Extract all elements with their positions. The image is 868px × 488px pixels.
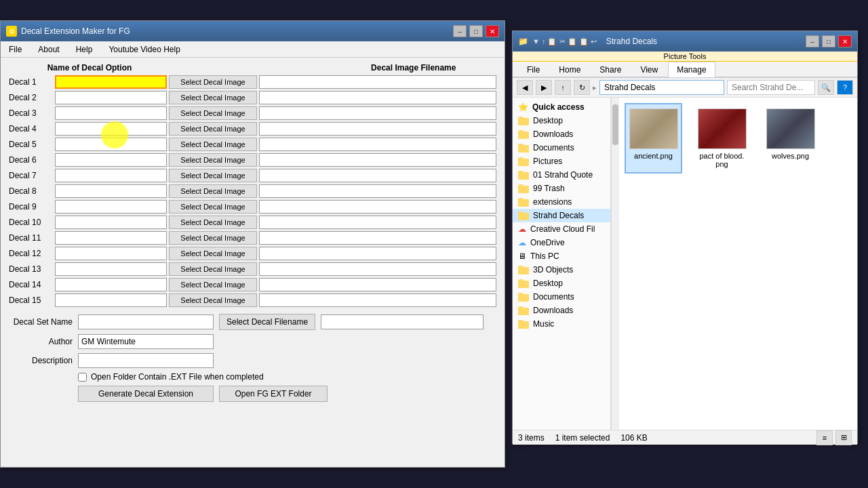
decal-filename-input-15[interactable] bbox=[259, 293, 496, 307]
decal-name-input-13[interactable] bbox=[55, 262, 167, 276]
ribbon-tab-view[interactable]: View bbox=[631, 62, 667, 77]
select-decal-image-button-10[interactable]: Select Decal Image bbox=[169, 216, 257, 229]
address-bar-input[interactable] bbox=[599, 80, 724, 95]
description-input[interactable] bbox=[78, 353, 214, 368]
decal-filename-input-5[interactable] bbox=[259, 138, 496, 151]
ribbon-tab-share[interactable]: Share bbox=[591, 62, 630, 77]
decal-filename-input-1[interactable] bbox=[259, 75, 496, 89]
decal-name-input-6[interactable] bbox=[55, 153, 167, 167]
sidebar-item-extensions[interactable]: extensions bbox=[513, 195, 610, 209]
decal-filename-input-12[interactable] bbox=[259, 247, 496, 260]
open-fg-ext-folder-button[interactable]: Open FG EXT Folder bbox=[219, 386, 328, 402]
nav-back-button[interactable]: ◀ bbox=[517, 80, 533, 95]
sidebar-item-3d-objects[interactable]: 3D Objects bbox=[513, 263, 610, 277]
menu-help[interactable]: Help bbox=[73, 43, 96, 56]
sidebar-item-creative-cloud-fil[interactable]: ☁Creative Cloud Fil bbox=[513, 222, 610, 236]
decal-filename-input-14[interactable] bbox=[259, 278, 496, 291]
file-item-wolves-png[interactable]: wolves.png bbox=[762, 103, 819, 174]
select-decal-image-button-2[interactable]: Select Decal Image bbox=[169, 91, 257, 104]
sidebar-item-onedrive[interactable]: ☁OneDrive bbox=[513, 236, 610, 249]
decal-filename-input-3[interactable] bbox=[259, 106, 496, 120]
decal-filename-input-2[interactable] bbox=[259, 91, 496, 104]
generate-button[interactable]: Generate Decal Extension bbox=[78, 386, 214, 402]
menu-about[interactable]: About bbox=[35, 43, 62, 56]
maximize-button[interactable]: □ bbox=[469, 25, 483, 37]
menu-file[interactable]: File bbox=[6, 43, 24, 56]
decal-name-input-11[interactable] bbox=[55, 231, 167, 245]
menu-youtube[interactable]: Youtube Video Help bbox=[106, 43, 182, 56]
explorer-minimize-button[interactable]: – bbox=[806, 35, 819, 47]
select-decal-image-button-6[interactable]: Select Decal Image bbox=[169, 153, 257, 167]
select-decal-image-button-7[interactable]: Select Decal Image bbox=[169, 169, 257, 182]
author-input[interactable] bbox=[78, 334, 214, 349]
decal-filename-input-6[interactable] bbox=[259, 153, 496, 167]
decal-name-input-5[interactable] bbox=[55, 138, 167, 151]
sidebar-item-downloads[interactable]: Downloads bbox=[513, 304, 610, 317]
explorer-close-button[interactable]: ✕ bbox=[838, 35, 852, 47]
sidebar-item-pictures[interactable]: Pictures bbox=[513, 155, 610, 168]
decal-set-name-input[interactable] bbox=[78, 314, 214, 329]
ribbon-tab-file[interactable]: File bbox=[518, 62, 549, 77]
decal-filename-input-7[interactable] bbox=[259, 169, 496, 182]
decal-name-input-7[interactable] bbox=[55, 169, 167, 182]
decal-filename-input-11[interactable] bbox=[259, 231, 496, 245]
select-decal-image-button-14[interactable]: Select Decal Image bbox=[169, 278, 257, 291]
decal-name-input-14[interactable] bbox=[55, 278, 167, 291]
decal-name-input-8[interactable] bbox=[55, 184, 167, 198]
open-folder-checkbox[interactable] bbox=[78, 373, 87, 382]
sidebar-scrollbar[interactable] bbox=[611, 98, 619, 430]
select-decal-image-button-13[interactable]: Select Decal Image bbox=[169, 262, 257, 276]
nav-up-button[interactable]: ↑ bbox=[555, 80, 571, 95]
sidebar-item-downloads[interactable]: Downloads bbox=[513, 127, 610, 141]
decal-filename-input-8[interactable] bbox=[259, 184, 496, 198]
select-decal-image-button-11[interactable]: Select Decal Image bbox=[169, 231, 257, 245]
minimize-button[interactable]: – bbox=[453, 25, 467, 37]
decal-name-input-15[interactable] bbox=[55, 293, 167, 307]
decal-filename-input-4[interactable] bbox=[259, 122, 496, 136]
sidebar-item-01-strahd-quote[interactable]: 01 Strahd Quote bbox=[513, 168, 610, 182]
decal-name-input-2[interactable] bbox=[55, 91, 167, 104]
explorer-maximize-button[interactable]: □ bbox=[822, 35, 835, 47]
search-input[interactable] bbox=[727, 80, 815, 95]
ribbon-tab-home[interactable]: Home bbox=[550, 62, 589, 77]
sidebar-item-music[interactable]: Music bbox=[513, 317, 610, 331]
sidebar-item-desktop[interactable]: Desktop bbox=[513, 114, 610, 127]
decal-row-1: Decal 1Select Decal Image bbox=[9, 75, 496, 89]
select-decal-image-button-1[interactable]: Select Decal Image bbox=[169, 75, 257, 89]
sidebar-item-documents[interactable]: Documents bbox=[513, 290, 610, 304]
sidebar-item-99-trash[interactable]: 99 Trash bbox=[513, 182, 610, 195]
decal-name-input-10[interactable] bbox=[55, 216, 167, 229]
file-item-pact-of-blood-png[interactable]: pact of blood.png bbox=[693, 103, 751, 174]
select-decal-image-button-9[interactable]: Select Decal Image bbox=[169, 200, 257, 214]
file-item-ancient-png[interactable]: ancient.png bbox=[625, 103, 682, 174]
sidebar-item-this-pc[interactable]: 🖥This PC bbox=[513, 249, 610, 263]
select-decal-filename-button[interactable]: Select Decal Filename bbox=[219, 314, 315, 330]
select-decal-image-button-3[interactable]: Select Decal Image bbox=[169, 106, 257, 120]
help-button[interactable]: ? bbox=[837, 80, 853, 95]
decal-name-input-9[interactable] bbox=[55, 200, 167, 214]
ribbon-tab-manage[interactable]: Manage bbox=[668, 62, 715, 77]
select-decal-image-button-8[interactable]: Select Decal Image bbox=[169, 184, 257, 198]
select-decal-image-button-4[interactable]: Select Decal Image bbox=[169, 122, 257, 136]
select-decal-image-button-12[interactable]: Select Decal Image bbox=[169, 247, 257, 260]
grid-view-button[interactable]: ⊞ bbox=[835, 430, 852, 445]
sidebar-scrollbar-thumb[interactable] bbox=[612, 104, 618, 145]
nav-refresh-button[interactable]: ↻ bbox=[574, 80, 590, 95]
sidebar-item-desktop[interactable]: Desktop bbox=[513, 277, 610, 290]
list-view-button[interactable]: ≡ bbox=[816, 430, 833, 445]
sidebar-item-documents[interactable]: Documents bbox=[513, 141, 610, 155]
sidebar-item-quick-access[interactable]: ⭐Quick access bbox=[513, 100, 610, 114]
decal-filename-input-10[interactable] bbox=[259, 216, 496, 229]
select-decal-image-button-15[interactable]: Select Decal Image bbox=[169, 293, 257, 307]
decal-name-input-3[interactable] bbox=[55, 106, 167, 120]
decal-filename-input-13[interactable] bbox=[259, 262, 496, 276]
decal-name-input-1[interactable] bbox=[55, 75, 167, 89]
sidebar-item-strahd-decals[interactable]: Strahd Decals bbox=[513, 209, 610, 222]
close-button[interactable]: ✕ bbox=[486, 25, 499, 37]
select-decal-image-button-5[interactable]: Select Decal Image bbox=[169, 138, 257, 151]
decal-name-input-4[interactable] bbox=[55, 122, 167, 136]
decal-filename-input-9[interactable] bbox=[259, 200, 496, 214]
search-button[interactable]: 🔍 bbox=[818, 80, 834, 95]
decal-name-input-12[interactable] bbox=[55, 247, 167, 260]
nav-forward-button[interactable]: ▶ bbox=[536, 80, 552, 95]
